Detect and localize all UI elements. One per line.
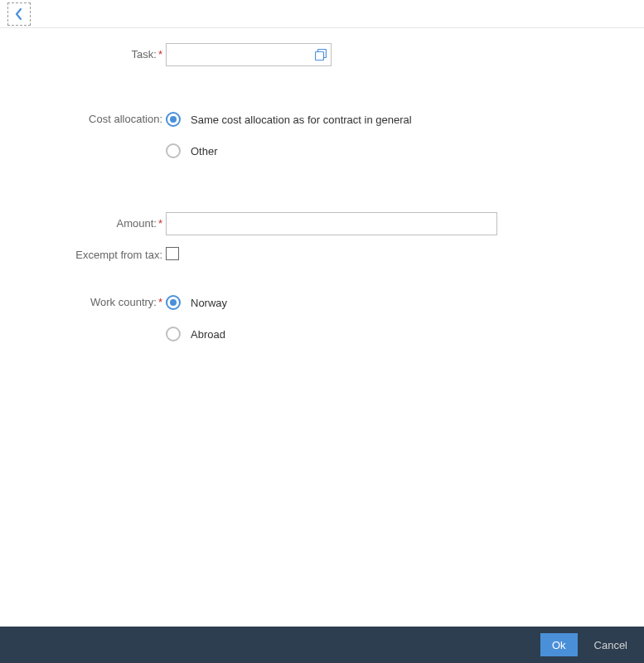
exempt-tax-label: Excempt from tax: bbox=[0, 244, 166, 261]
amount-input[interactable] bbox=[166, 212, 497, 235]
work-country-option-abroad[interactable]: Abroad bbox=[166, 322, 644, 346]
radio-label: Norway bbox=[191, 297, 227, 309]
task-label: Task:* bbox=[0, 43, 166, 60]
value-help-icon[interactable] bbox=[315, 49, 327, 60]
radio-icon bbox=[166, 112, 181, 127]
chevron-left-icon bbox=[14, 7, 24, 21]
exempt-tax-checkbox[interactable] bbox=[166, 247, 179, 260]
cost-allocation-option-other[interactable]: Other bbox=[166, 139, 644, 162]
dialog-footer: Ok Cancel bbox=[0, 627, 644, 663]
work-country-label: Work country:* bbox=[0, 291, 166, 308]
task-row: Task:* bbox=[0, 43, 644, 66]
radio-label: Abroad bbox=[191, 328, 225, 341]
work-country-option-norway[interactable]: Norway bbox=[166, 291, 644, 314]
amount-label: Amount:* bbox=[0, 212, 166, 230]
ok-button[interactable]: Ok bbox=[540, 633, 578, 656]
cost-allocation-label: Cost allocation: bbox=[0, 108, 166, 125]
cost-allocation-option-same[interactable]: Same cost allocation as for contract in … bbox=[166, 108, 644, 131]
cost-allocation-row: Cost allocation: Same cost allocation as… bbox=[0, 108, 644, 171]
work-country-row: Work country:* Norway Abroad bbox=[0, 291, 644, 354]
cancel-button[interactable]: Cancel bbox=[588, 633, 634, 656]
form-content: Task:* Cost allocation: Same cost all bbox=[0, 28, 644, 627]
radio-label: Same cost allocation as for contract in … bbox=[191, 114, 412, 126]
radio-icon bbox=[166, 327, 181, 341]
exempt-tax-row: Excempt from tax: bbox=[0, 244, 644, 261]
radio-icon bbox=[166, 295, 181, 310]
radio-label: Other bbox=[191, 145, 218, 157]
task-input[interactable] bbox=[166, 43, 332, 66]
amount-row: Amount:* bbox=[0, 212, 644, 235]
svg-rect-1 bbox=[316, 52, 324, 60]
dialog-header bbox=[0, 0, 644, 28]
back-button[interactable] bbox=[7, 2, 31, 26]
radio-icon bbox=[166, 143, 181, 158]
